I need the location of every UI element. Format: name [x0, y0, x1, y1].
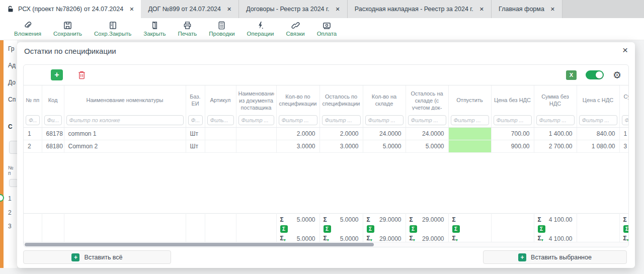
bg-field-label: До	[8, 79, 16, 86]
door-icon	[150, 21, 159, 30]
remainders-dialog: Остатки по спецификации × + X ⚙	[17, 42, 635, 268]
tab-close-icon[interactable]: ✕	[336, 6, 340, 13]
bg-row-number: 1	[8, 195, 12, 202]
cell-left-spec: 3.0000	[319, 140, 363, 153]
cell-left-stock: 5.0000	[406, 140, 448, 153]
tab-close-icon[interactable]: ✕	[550, 6, 555, 13]
save-label: Сохранить	[53, 31, 82, 37]
bg-row-number: 3	[8, 223, 12, 230]
links-button[interactable]: Связки	[280, 18, 310, 40]
col-header-base-unit[interactable]: Баз. ЕИ	[186, 85, 205, 114]
filter-input-base-unit[interactable]	[188, 115, 203, 125]
filter-input-qty-stock[interactable]	[365, 115, 404, 125]
bg-row-number: 2	[8, 209, 12, 216]
tab-rashodnaya-registry[interactable]: Расходная накладная - Реестр за 2024 г. …	[348, 0, 492, 18]
filter-input-release[interactable]	[451, 115, 489, 125]
printer-icon	[183, 21, 192, 30]
col-header-supplier-doc-name[interactable]: Наименование из документа поставщика	[236, 85, 276, 114]
lock-icon	[7, 6, 14, 13]
attachments-button[interactable]: Вложения	[8, 18, 47, 40]
table-row[interactable]: 2 68180 Common 2 Шт 3.0000 3.0000 5.0000…	[24, 140, 628, 153]
col-header-price-vat[interactable]: Цена с НДС	[577, 85, 619, 114]
gear-icon[interactable]: ⚙	[613, 70, 621, 80]
tab-main-form[interactable]: Главная форма ✕	[492, 0, 562, 18]
save-button[interactable]: Сохранить	[47, 18, 88, 40]
filter-input-name[interactable]	[66, 115, 184, 125]
cell-name: Common 2	[64, 140, 186, 153]
col-header-code[interactable]: Код	[42, 85, 64, 114]
dialog-close-icon[interactable]: ×	[622, 45, 628, 56]
operations-button[interactable]: Операции	[241, 18, 280, 40]
release-qty-cell[interactable]	[448, 128, 491, 140]
col-header-num[interactable]: № пп	[24, 85, 42, 114]
sum-selected-icon[interactable]: Σ	[538, 225, 545, 233]
grid-panel: + X ⚙	[23, 64, 629, 247]
sum-selected-icon[interactable]: Σ	[623, 225, 629, 233]
sum-selected-icon[interactable]: Σ	[324, 225, 331, 233]
filter-toggle[interactable]	[586, 70, 604, 79]
bg-panel-fragment	[9, 141, 17, 154]
sum-filtered-icon: Σ▾	[538, 235, 543, 242]
tab-label: Расходная накладная - Реестр за 2024 г.	[355, 6, 473, 13]
toggle-knob	[596, 71, 603, 78]
links-label: Связки	[286, 31, 304, 37]
tab-label: ДОГ №899 от 24.07.2024	[148, 6, 221, 13]
tab-rsh-project[interactable]: РСХ (проект №78206) от 24.07.2024 ✕	[0, 0, 141, 18]
filter-input-qty-spec[interactable]	[279, 115, 317, 125]
postings-button[interactable]: Проводки	[203, 18, 240, 40]
close-button[interactable]: Закрыть	[137, 18, 172, 40]
cell-article	[205, 140, 236, 153]
sum-filtered-icon: Σ▾	[324, 235, 329, 242]
col-header-qty-stock[interactable]: Кол-во на складе	[363, 85, 406, 114]
col-header-sum-no-vat[interactable]: Сумма без НДС	[534, 85, 577, 114]
excel-export-button[interactable]: X	[566, 70, 577, 80]
filter-input-code[interactable]	[44, 115, 62, 125]
col-header-left-stock[interactable]: Осталось на складе (с учетом док-	[406, 85, 448, 114]
filter-input-left-stock[interactable]	[408, 115, 446, 125]
filter-input-price-no-vat[interactable]	[494, 115, 532, 125]
save-close-button[interactable]: Сохр.Закрыть	[88, 18, 137, 40]
filter-input-sum-no-vat[interactable]	[536, 115, 575, 125]
cell-price-vat: 1 080.00	[577, 140, 619, 153]
sum-selected-icon[interactable]: Σ	[452, 225, 460, 233]
col-header-sum-vat[interactable]: Сумма с НДС	[619, 85, 628, 114]
payment-button[interactable]: Оплата	[311, 18, 343, 40]
sum-selected-icon[interactable]: Σ	[280, 225, 288, 233]
cell-code: 68178	[42, 128, 64, 140]
sum-selected-icon[interactable]: Σ	[410, 225, 417, 233]
tab-label: Договоры - Реестр за 2024 г.	[246, 6, 329, 13]
insert-all-button[interactable]: + Вставить всё	[23, 250, 171, 264]
filter-input-left-spec[interactable]	[322, 115, 361, 125]
cell-code: 68180	[42, 140, 64, 153]
tab-dog-899[interactable]: ДОГ №899 от 24.07.2024 ✕	[141, 0, 239, 18]
filter-input-price-vat[interactable]	[579, 115, 617, 125]
tab-dogovory-registry[interactable]: Договоры - Реестр за 2024 г. ✕	[239, 0, 348, 18]
delete-row-button[interactable]	[76, 69, 87, 80]
filter-input-num[interactable]	[26, 115, 40, 125]
scrollbar-thumb[interactable]	[25, 243, 374, 246]
col-header-name[interactable]: Наименование номенклатуры	[64, 85, 186, 114]
col-header-qty-spec[interactable]: Кол-во по спецификации	[276, 85, 319, 114]
trash-icon	[77, 70, 86, 80]
cell-qty-spec: 3.0000	[276, 140, 319, 153]
sum-icon: Σ	[367, 216, 370, 223]
filter-input-article[interactable]	[207, 115, 234, 125]
filter-input-sum-vat[interactable]	[622, 115, 629, 125]
insert-selected-button[interactable]: + Вставить выбранное	[483, 250, 627, 264]
col-header-left-spec[interactable]: Осталось по спецификации	[319, 85, 363, 114]
release-qty-cell[interactable]	[448, 140, 491, 153]
remainders-table: № пп Код Наименование номенклатуры Баз. …	[24, 85, 628, 242]
tab-close-icon[interactable]: ✕	[479, 6, 484, 13]
cell-price-no-vat: 900.00	[491, 140, 534, 153]
table-row[interactable]: 1 68178 common 1 Шт 2.0000 2.0000 24.000…	[24, 128, 628, 140]
print-button[interactable]: Печать	[172, 18, 203, 40]
col-header-article[interactable]: Артикул	[205, 85, 236, 114]
sum-selected-icon[interactable]: Σ	[367, 225, 374, 233]
tab-close-icon[interactable]: ✕	[129, 6, 134, 13]
filter-input-supplier-doc-name[interactable]	[238, 115, 274, 125]
col-header-price-no-vat[interactable]: Цена без НДС	[491, 85, 534, 114]
tab-close-icon[interactable]: ✕	[227, 6, 231, 13]
main-toolbar: Вложения Сохранить Сохр.Закрыть Закрыть …	[0, 18, 644, 40]
col-header-release[interactable]: Отпустить	[448, 85, 491, 114]
add-row-button[interactable]: +	[51, 69, 63, 80]
